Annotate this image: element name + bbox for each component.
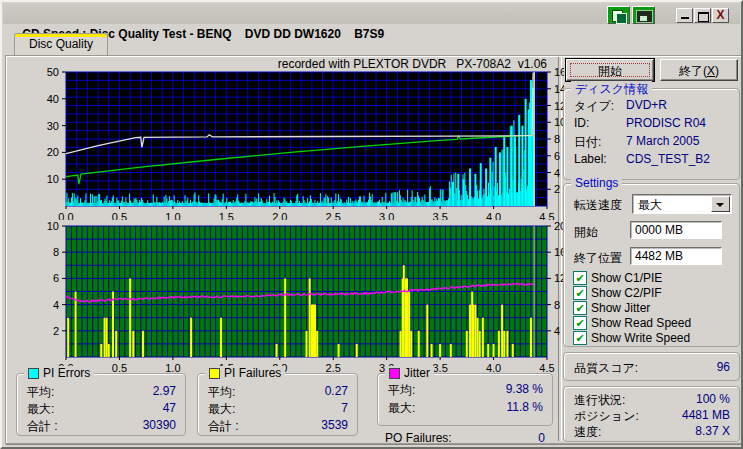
svg-text:1.0: 1.0 [165,362,180,372]
pi-failures-title: PI Failures [224,366,281,380]
svg-text:4: 4 [554,167,560,179]
total-label: 合計 : [208,419,239,433]
speed-select-dropdown-button[interactable] [711,196,730,212]
svg-text:8: 8 [554,299,560,311]
quality-score-group: 品質スコア:96 [563,352,740,381]
disc-type-label: タイプ: [574,99,614,113]
progress-label: 進行状況: [574,393,625,407]
checkbox-check-icon: ✔ [573,331,587,345]
checkbox-label: Show Write Speed [591,331,690,345]
svg-text:1.0: 1.0 [165,211,180,220]
tab-disc-quality[interactable]: Disc Quality [14,33,108,56]
svg-text:2: 2 [53,325,59,337]
po-failures-row: PO Failures: 0 [385,431,545,445]
pi-errors-stats-group: PI Errors 平均:2.97 最大:47 合計 :30390 [16,373,186,436]
total-value: 3539 [321,418,348,432]
po-failures-label: PO Failures: [385,431,452,445]
checkbox-label: Show Read Speed [591,316,691,330]
maximize-icon [698,12,709,22]
svg-text:4.0: 4.0 [486,362,501,372]
settings-group: Settings 転送速度 最大 開始 終了位置 ✔ Show C1/PIE ✔… [563,183,740,347]
disc-type-value: DVD+R [626,98,667,112]
settings-title: Settings [575,176,618,190]
maximize-button[interactable] [694,8,711,23]
pi-errors-chart: 50403020101614121086420.00.51.01.52.02.5… [10,68,564,224]
app-window: CD Speed : Disc Quality Test - BENQ DVD … [0,0,743,449]
svg-text:2.5: 2.5 [326,211,341,220]
avg-label: 平均: [208,385,235,399]
svg-text:3.5: 3.5 [432,362,447,372]
svg-text:0.5: 0.5 [112,362,127,372]
max-label: 最大: [27,402,54,416]
copy-chart-button[interactable] [607,6,630,24]
max-value: 11.8 % [507,400,543,414]
start-position-input[interactable] [630,221,722,239]
exit-button-label: 終了(X) [679,64,719,78]
svg-text:3.0: 3.0 [379,211,394,220]
checkbox-label: Show C2/PIF [591,286,662,300]
disc-date-value: 7 March 2005 [626,134,699,148]
disc-label-value: CDS_TEST_B2 [626,152,710,166]
svg-text:50: 50 [47,68,59,78]
speed-select-value: 最大 [638,197,662,214]
max-value: 47 [163,401,176,415]
jitter-title: Jitter [404,366,430,380]
end-position-label: 終了位置 [574,251,622,265]
checkbox-check-icon: ✔ [573,286,587,300]
avg-value: 0.27 [325,384,348,398]
save-button[interactable] [632,6,655,24]
chevron-down-icon [716,203,724,207]
close-button[interactable]: X [712,8,729,23]
avg-label: 平均: [27,385,54,399]
disc-label-label: Label: [574,152,607,166]
svg-text:40: 40 [47,93,59,105]
svg-text:0.0: 0.0 [58,211,73,220]
quality-score-value: 96 [717,360,730,374]
speed-value: 8.37 X [695,424,730,438]
total-label: 合計 : [27,419,58,433]
svg-text:16: 16 [554,68,564,78]
svg-text:4: 4 [53,299,59,311]
disc-date-label: 日付: [574,135,601,149]
speed-label: 速度: [574,425,601,439]
svg-text:10: 10 [47,173,59,185]
speed-select[interactable]: 最大 [632,194,732,214]
svg-text:4.5: 4.5 [539,211,554,220]
svg-text:2: 2 [554,183,560,195]
max-value: 7 [341,401,348,415]
jitter-swatch [389,368,400,379]
disc-info-title: ディスク情報 [575,81,648,98]
svg-text:8: 8 [53,246,59,258]
end-position-input[interactable] [630,247,722,265]
pi-errors-title: PI Errors [43,366,90,380]
svg-text:20: 20 [47,146,59,158]
svg-text:0.5: 0.5 [112,211,127,220]
pi-failures-swatch [209,368,220,379]
disc-id-label: ID: [574,116,589,130]
max-label: 最大: [388,401,415,415]
progress-value: 100 % [696,392,730,406]
svg-text:2.5: 2.5 [326,362,341,372]
minimize-button[interactable] [676,8,693,23]
svg-text:3.5: 3.5 [432,211,447,220]
total-value: 30390 [143,418,176,432]
svg-text:30: 30 [47,120,59,132]
checkbox-label: Show Jitter [591,301,650,315]
start-position-label: 開始 [574,225,598,239]
svg-text:10: 10 [47,222,59,232]
po-failures-value: 0 [538,431,545,445]
jitter-stats-group: Jitter 平均:9.38 % 最大:11.8 % [377,373,553,426]
checkbox-check-icon: ✔ [573,316,587,330]
svg-text:1.5: 1.5 [219,211,234,220]
position-label: ポジション: [574,409,639,423]
minimize-icon [681,17,689,19]
exit-button[interactable]: 終了(X) [660,59,738,81]
pi-errors-swatch [28,368,39,379]
start-button[interactable]: 開始 [566,59,654,81]
svg-text:4: 4 [554,325,560,337]
svg-text:6: 6 [554,150,560,162]
progress-group: 進行状況:100 % ポジション:4481 MB 速度:8.37 X [563,386,740,442]
svg-text:8: 8 [554,133,560,145]
bottom-groove [6,444,741,449]
position-value: 4481 MB [682,408,730,422]
